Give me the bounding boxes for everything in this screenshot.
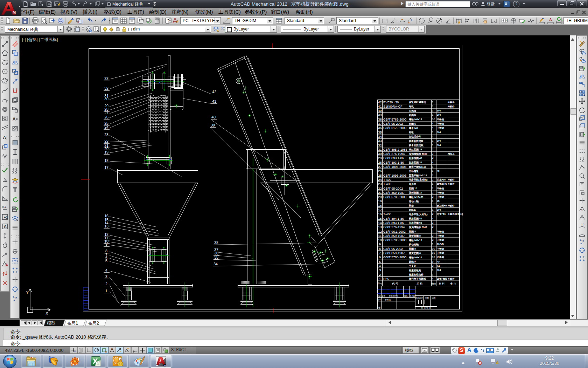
svg-text:28: 28 bbox=[378, 161, 382, 164]
svg-text:2: 2 bbox=[432, 238, 434, 241]
svg-text:2: 2 bbox=[432, 187, 434, 190]
svg-text:m: m bbox=[164, 364, 166, 367]
svg-text:304: 304 bbox=[437, 139, 441, 142]
svg-text:设计: 设计 bbox=[377, 299, 381, 301]
svg-text:GB/T 893.1-86: GB/T 893.1-86 bbox=[383, 156, 404, 160]
svg-text:27: 27 bbox=[104, 111, 108, 115]
svg-text:GB/T 1096-2003: GB/T 1096-2003 bbox=[383, 165, 406, 169]
svg-text:11: 11 bbox=[378, 234, 382, 238]
svg-text:年月日: 年月日 bbox=[410, 295, 415, 297]
svg-text:29: 29 bbox=[378, 156, 382, 160]
svg-text:17: 17 bbox=[104, 165, 108, 170]
svg-text:备 注: 备 注 bbox=[450, 282, 456, 285]
svg-text:链轮小: 链轮小 bbox=[408, 260, 416, 263]
svg-text:9: 9 bbox=[379, 242, 381, 246]
svg-text:A: A bbox=[549, 18, 552, 22]
svg-text:1: 1 bbox=[432, 139, 434, 142]
svg-text:34: 34 bbox=[214, 262, 218, 266]
svg-text:3: 3 bbox=[105, 274, 107, 279]
svg-text:14: 14 bbox=[378, 221, 382, 225]
svg-text:外购件: 外购件 bbox=[447, 183, 455, 185]
svg-text:1: 1 bbox=[432, 243, 434, 246]
svg-text:孔用挡圈 36: 孔用挡圈 36 bbox=[408, 161, 422, 164]
svg-text:n: n bbox=[581, 208, 582, 212]
svg-text:T-400: T-400 bbox=[383, 182, 391, 186]
svg-text:外购件: 外购件 bbox=[447, 278, 455, 280]
svg-text:料条: 料条 bbox=[408, 204, 414, 207]
svg-text:A3: A3 bbox=[437, 265, 440, 267]
svg-text:GB/T 6170-2000: GB/T 6170-2000 bbox=[383, 126, 406, 130]
svg-text:35: 35 bbox=[214, 255, 218, 259]
svg-text:23: 23 bbox=[378, 182, 382, 186]
svg-text:GB/T 894.1-86: GB/T 894.1-86 bbox=[383, 217, 404, 220]
svg-text:从动轮轴: 从动轮轴 bbox=[408, 243, 419, 246]
svg-text:2: 2 bbox=[432, 264, 434, 267]
svg-text:轴承左固定板: 轴承左固定板 bbox=[408, 144, 424, 147]
svg-text:外购件: 外购件 bbox=[447, 101, 455, 104]
svg-text:304: 304 bbox=[437, 209, 441, 211]
svg-text:2: 2 bbox=[432, 225, 434, 229]
svg-text:GB/T 893.1-86: GB/T 893.1-86 bbox=[383, 221, 404, 225]
svg-text:弹簧垫圈 8: 弹簧垫圈 8 bbox=[408, 234, 421, 237]
svg-text:35: 35 bbox=[378, 130, 382, 134]
svg-text:1: 1 bbox=[432, 113, 434, 116]
svg-text:42: 42 bbox=[212, 90, 216, 94]
svg-text:16: 16 bbox=[378, 212, 382, 216]
svg-text:38: 38 bbox=[378, 117, 382, 121]
svg-text:不锈钢: 不锈钢 bbox=[437, 122, 444, 125]
svg-text:不锈钢: 不锈钢 bbox=[437, 230, 444, 233]
svg-text:13: 13 bbox=[378, 225, 382, 229]
svg-text:4: 4 bbox=[432, 161, 434, 164]
svg-text:12: 12 bbox=[378, 230, 382, 233]
svg-text:2: 2 bbox=[432, 212, 434, 216]
svg-text:n,1: n,1 bbox=[2, 205, 7, 209]
svg-text:尼龙P66: 尼龙P66 bbox=[437, 178, 446, 181]
svg-text:立柱组合件: 立柱组合件 bbox=[408, 135, 421, 138]
svg-text:39: 39 bbox=[211, 123, 215, 127]
svg-text:碳钢+橡胶: 碳钢+橡胶 bbox=[437, 278, 448, 280]
svg-text:4: 4 bbox=[432, 126, 434, 129]
svg-text:A: A bbox=[4, 224, 7, 229]
svg-text:17: 17 bbox=[378, 208, 382, 212]
svg-text:40: 40 bbox=[211, 115, 216, 119]
svg-text:外购件: 外购件 bbox=[447, 105, 455, 108]
svg-text:GB/T 859-1987: GB/T 859-1987 bbox=[383, 234, 405, 238]
svg-text:底料斗: 底料斗 bbox=[408, 209, 416, 212]
svg-text:4: 4 bbox=[432, 122, 434, 125]
svg-text:32: 32 bbox=[104, 86, 108, 90]
svg-text:弹六角关节蹄脚: 弹六角关节蹄脚 bbox=[408, 277, 426, 280]
svg-text:41: 41 bbox=[212, 99, 216, 103]
svg-text:1: 1 bbox=[432, 144, 434, 147]
svg-text:传动大轴: 传动大轴 bbox=[408, 200, 419, 203]
svg-text:不锈钢: 不锈钢 bbox=[437, 247, 444, 250]
svg-text:26: 26 bbox=[104, 115, 108, 119]
svg-text:序号: 序号 bbox=[378, 282, 383, 285]
svg-text:GB/T 276-1994: GB/T 276-1994 bbox=[383, 225, 405, 229]
svg-text:底座架组合件: 底座架组合件 bbox=[408, 273, 424, 276]
svg-text:45: 45 bbox=[437, 170, 440, 172]
svg-text:数量: 数量 bbox=[432, 282, 436, 285]
svg-text:20: 20 bbox=[378, 195, 382, 199]
svg-text:304: 304 bbox=[437, 269, 441, 271]
svg-text:2: 2 bbox=[432, 230, 434, 233]
svg-text:钢丝挡圈 28: 钢丝挡圈 28 bbox=[408, 148, 422, 151]
svg-text:24: 24 bbox=[378, 178, 382, 182]
svg-text:不锈钢: 不锈钢 bbox=[437, 256, 444, 259]
svg-text:左挡板: 左挡板 bbox=[408, 110, 416, 113]
svg-text:签名: 签名 bbox=[404, 295, 408, 297]
svg-text:4: 4 bbox=[432, 217, 434, 220]
svg-text:18: 18 bbox=[378, 204, 382, 207]
svg-text:5: 5 bbox=[379, 260, 381, 264]
svg-text:阶段标记: 阶段标记 bbox=[415, 297, 424, 299]
svg-text:GB/T 276-1994: GB/T 276-1994 bbox=[383, 152, 405, 156]
svg-text:13: 13 bbox=[104, 224, 108, 228]
svg-text:1: 1 bbox=[105, 289, 107, 293]
svg-text:电机: 电机 bbox=[409, 105, 414, 108]
svg-text:GB/T 5783-2000: GB/T 5783-2000 bbox=[383, 255, 406, 259]
svg-text:38: 38 bbox=[214, 240, 218, 245]
svg-text:10: 10 bbox=[432, 247, 435, 250]
svg-text:GB/T 1096-2003: GB/T 1096-2003 bbox=[383, 174, 406, 177]
svg-text:36: 36 bbox=[214, 251, 218, 255]
svg-text:30: 30 bbox=[378, 152, 382, 156]
svg-text:垫圈 6: 垫圈 6 bbox=[408, 123, 416, 125]
